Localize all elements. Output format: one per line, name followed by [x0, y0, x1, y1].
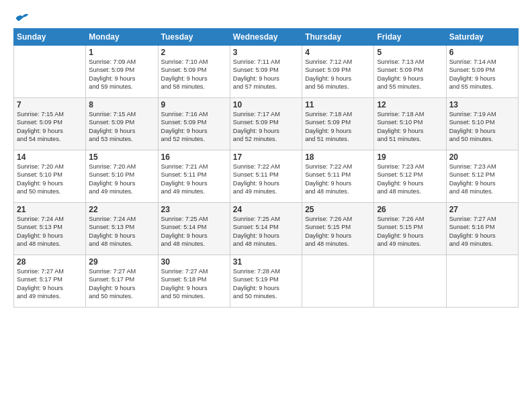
- day-number: 21: [17, 205, 83, 214]
- day-number: 16: [161, 152, 227, 162]
- cell-details: Sunrise: 7:09 AMSunset: 5:09 PMDaylight:…: [89, 58, 154, 91]
- day-number: 13: [449, 100, 515, 109]
- day-number: 23: [161, 205, 227, 214]
- day-number: 5: [377, 48, 443, 57]
- column-header-sunday: Sunday: [14, 29, 86, 46]
- day-number: 19: [377, 152, 443, 162]
- calendar-cell: 29Sunrise: 7:27 AMSunset: 5:17 PMDayligh…: [86, 255, 158, 308]
- calendar-cell: 24Sunrise: 7:25 AMSunset: 5:14 PMDayligh…: [230, 203, 302, 255]
- logo-bird-icon: [15, 12, 30, 24]
- calendar-body: 1Sunrise: 7:09 AMSunset: 5:09 PMDaylight…: [14, 46, 519, 308]
- day-number: 30: [161, 257, 227, 267]
- logo: [13, 12, 30, 24]
- week-row-4: 21Sunrise: 7:24 AMSunset: 5:13 PMDayligh…: [14, 203, 519, 255]
- cell-details: Sunrise: 7:18 AMSunset: 5:09 PMDaylight:…: [305, 110, 371, 144]
- calendar-cell: 7Sunrise: 7:15 AMSunset: 5:09 PMDaylight…: [14, 98, 86, 150]
- cell-details: Sunrise: 7:27 AMSunset: 5:17 PMDaylight:…: [89, 267, 154, 301]
- day-number: 25: [305, 205, 371, 214]
- cell-details: Sunrise: 7:21 AMSunset: 5:11 PMDaylight:…: [161, 163, 227, 196]
- day-number: 6: [449, 48, 515, 57]
- day-number: 18: [305, 152, 371, 162]
- calendar-cell: 22Sunrise: 7:24 AMSunset: 5:13 PMDayligh…: [86, 203, 158, 255]
- cell-details: Sunrise: 7:10 AMSunset: 5:09 PMDaylight:…: [161, 58, 227, 91]
- calendar-cell: [302, 255, 374, 308]
- cell-details: Sunrise: 7:20 AMSunset: 5:10 PMDaylight:…: [17, 163, 83, 196]
- cell-details: Sunrise: 7:24 AMSunset: 5:13 PMDaylight:…: [17, 215, 83, 248]
- day-number: 31: [233, 257, 299, 267]
- day-number: 22: [89, 205, 154, 214]
- calendar-cell: 12Sunrise: 7:18 AMSunset: 5:10 PMDayligh…: [374, 98, 446, 150]
- cell-details: Sunrise: 7:12 AMSunset: 5:09 PMDaylight:…: [305, 58, 371, 91]
- day-number: 24: [233, 205, 299, 214]
- calendar-cell: 14Sunrise: 7:20 AMSunset: 5:10 PMDayligh…: [14, 150, 86, 203]
- cell-details: Sunrise: 7:28 AMSunset: 5:19 PMDaylight:…: [233, 267, 299, 301]
- column-header-saturday: Saturday: [446, 29, 518, 46]
- calendar-cell: 20Sunrise: 7:23 AMSunset: 5:12 PMDayligh…: [446, 150, 518, 203]
- calendar-cell: 18Sunrise: 7:22 AMSunset: 5:11 PMDayligh…: [302, 150, 374, 203]
- calendar-cell: 21Sunrise: 7:24 AMSunset: 5:13 PMDayligh…: [14, 203, 86, 255]
- calendar-cell: 25Sunrise: 7:26 AMSunset: 5:15 PMDayligh…: [302, 203, 374, 255]
- column-header-monday: Monday: [86, 29, 158, 46]
- calendar-cell: 19Sunrise: 7:23 AMSunset: 5:12 PMDayligh…: [374, 150, 446, 203]
- day-number: 3: [233, 48, 299, 57]
- cell-details: Sunrise: 7:15 AMSunset: 5:09 PMDaylight:…: [17, 110, 83, 144]
- calendar-cell: 4Sunrise: 7:12 AMSunset: 5:09 PMDaylight…: [302, 46, 374, 98]
- cell-details: Sunrise: 7:17 AMSunset: 5:09 PMDaylight:…: [233, 110, 299, 144]
- calendar-cell: 11Sunrise: 7:18 AMSunset: 5:09 PMDayligh…: [302, 98, 374, 150]
- column-header-tuesday: Tuesday: [158, 29, 230, 46]
- column-header-friday: Friday: [374, 29, 446, 46]
- calendar-cell: 23Sunrise: 7:25 AMSunset: 5:14 PMDayligh…: [158, 203, 230, 255]
- calendar-cell: 30Sunrise: 7:27 AMSunset: 5:18 PMDayligh…: [158, 255, 230, 308]
- cell-details: Sunrise: 7:26 AMSunset: 5:15 PMDaylight:…: [305, 215, 371, 248]
- week-row-2: 7Sunrise: 7:15 AMSunset: 5:09 PMDaylight…: [14, 98, 519, 150]
- day-number: 11: [305, 100, 371, 109]
- cell-details: Sunrise: 7:26 AMSunset: 5:15 PMDaylight:…: [377, 215, 443, 248]
- week-row-5: 28Sunrise: 7:27 AMSunset: 5:17 PMDayligh…: [14, 255, 519, 308]
- cell-details: Sunrise: 7:25 AMSunset: 5:14 PMDaylight:…: [233, 215, 299, 248]
- cell-details: Sunrise: 7:22 AMSunset: 5:11 PMDaylight:…: [305, 163, 371, 196]
- calendar-cell: 5Sunrise: 7:13 AMSunset: 5:09 PMDaylight…: [374, 46, 446, 98]
- week-row-1: 1Sunrise: 7:09 AMSunset: 5:09 PMDaylight…: [14, 46, 519, 98]
- calendar-cell: 1Sunrise: 7:09 AMSunset: 5:09 PMDaylight…: [86, 46, 158, 98]
- day-number: 20: [449, 152, 515, 162]
- calendar-cell: 28Sunrise: 7:27 AMSunset: 5:17 PMDayligh…: [14, 255, 86, 308]
- cell-details: Sunrise: 7:18 AMSunset: 5:10 PMDaylight:…: [377, 110, 443, 144]
- day-number: 27: [449, 205, 515, 214]
- cell-details: Sunrise: 7:23 AMSunset: 5:12 PMDaylight:…: [449, 163, 515, 196]
- column-header-wednesday: Wednesday: [230, 29, 302, 46]
- day-number: 10: [233, 100, 299, 109]
- day-number: 2: [161, 48, 227, 57]
- calendar-table: SundayMondayTuesdayWednesdayThursdayFrid…: [13, 28, 519, 308]
- calendar-cell: 6Sunrise: 7:14 AMSunset: 5:09 PMDaylight…: [446, 46, 518, 98]
- cell-details: Sunrise: 7:11 AMSunset: 5:09 PMDaylight:…: [233, 58, 299, 91]
- day-number: 26: [377, 205, 443, 214]
- calendar-cell: [374, 255, 446, 308]
- calendar-header-row: SundayMondayTuesdayWednesdayThursdayFrid…: [14, 29, 519, 46]
- cell-details: Sunrise: 7:19 AMSunset: 5:10 PMDaylight:…: [449, 110, 515, 144]
- cell-details: Sunrise: 7:20 AMSunset: 5:10 PMDaylight:…: [89, 163, 154, 196]
- calendar-cell: 27Sunrise: 7:27 AMSunset: 5:16 PMDayligh…: [446, 203, 518, 255]
- day-number: 9: [161, 100, 227, 109]
- calendar-cell: 9Sunrise: 7:16 AMSunset: 5:09 PMDaylight…: [158, 98, 230, 150]
- week-row-3: 14Sunrise: 7:20 AMSunset: 5:10 PMDayligh…: [14, 150, 519, 203]
- cell-details: Sunrise: 7:22 AMSunset: 5:11 PMDaylight:…: [233, 163, 299, 196]
- day-number: 15: [89, 152, 154, 162]
- calendar-cell: 13Sunrise: 7:19 AMSunset: 5:10 PMDayligh…: [446, 98, 518, 150]
- cell-details: Sunrise: 7:16 AMSunset: 5:09 PMDaylight:…: [161, 110, 227, 144]
- page: SundayMondayTuesdayWednesdayThursdayFrid…: [0, 0, 532, 411]
- calendar-cell: 15Sunrise: 7:20 AMSunset: 5:10 PMDayligh…: [86, 150, 158, 203]
- day-number: 28: [17, 257, 83, 267]
- calendar-cell: 17Sunrise: 7:22 AMSunset: 5:11 PMDayligh…: [230, 150, 302, 203]
- calendar-cell: 3Sunrise: 7:11 AMSunset: 5:09 PMDaylight…: [230, 46, 302, 98]
- calendar-cell: 26Sunrise: 7:26 AMSunset: 5:15 PMDayligh…: [374, 203, 446, 255]
- day-number: 4: [305, 48, 371, 57]
- cell-details: Sunrise: 7:27 AMSunset: 5:17 PMDaylight:…: [17, 267, 83, 301]
- cell-details: Sunrise: 7:27 AMSunset: 5:16 PMDaylight:…: [449, 215, 515, 248]
- day-number: 17: [233, 152, 299, 162]
- cell-details: Sunrise: 7:15 AMSunset: 5:09 PMDaylight:…: [89, 110, 154, 144]
- column-header-thursday: Thursday: [302, 29, 374, 46]
- calendar-cell: 16Sunrise: 7:21 AMSunset: 5:11 PMDayligh…: [158, 150, 230, 203]
- day-number: 14: [17, 152, 83, 162]
- cell-details: Sunrise: 7:25 AMSunset: 5:14 PMDaylight:…: [161, 215, 227, 248]
- header: [13, 12, 519, 24]
